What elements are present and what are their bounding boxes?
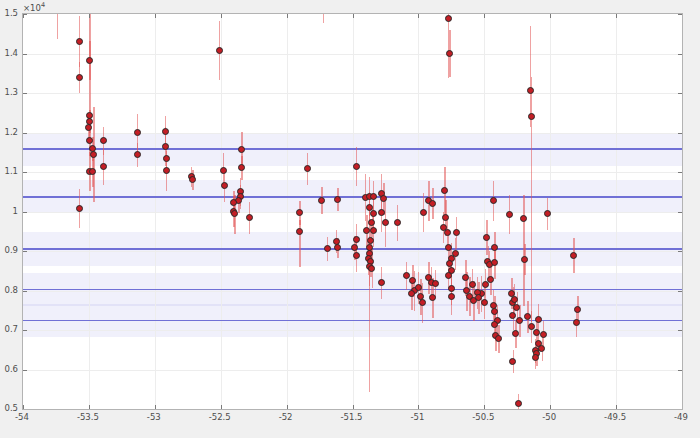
y-axis-exponent-label: ×104 [23,1,45,13]
x-tick-label: -50 [542,412,556,422]
x-tick-mark [484,405,485,409]
y-tick-label: 1.1 [4,166,18,176]
x-tick-mark-top [353,14,354,18]
y-tick-mark [23,172,27,173]
x-tick-label: -51 [410,412,424,422]
x-tick-mark-top [89,14,90,18]
y-tick-mark [23,14,27,15]
y-tick-mark [23,291,27,292]
y-tick-label: 1 [13,206,18,216]
x-tick-mark-top [682,14,683,18]
y-tick-mark-right [678,133,682,134]
y-tick-mark [23,409,27,410]
x-tick-label: -53.5 [77,412,99,422]
plot-area[interactable] [22,13,683,410]
y-tick-mark [23,54,27,55]
y-tick-label: 1.5 [4,8,18,18]
x-tick-label: -53 [147,412,161,422]
x-tick-mark [89,405,90,409]
x-tick-mark [353,405,354,409]
y-tick-mark [23,93,27,94]
y-tick-mark-right [678,291,682,292]
x-tick-label: -49.5 [604,412,626,422]
x-tick-mark [287,405,288,409]
x-tick-label: -52.5 [209,412,231,422]
x-tick-mark-top [616,14,617,18]
x-tick-mark [418,405,419,409]
y-tick-label: 1.2 [4,127,18,137]
x-tick-label: -50.5 [472,412,494,422]
y-tick-mark-right [678,14,682,15]
x-tick-mark-top [484,14,485,18]
y-tick-label: 0.6 [4,364,18,374]
x-tick-mark [616,405,617,409]
x-tick-label: -51.5 [341,412,363,422]
y-tick-label: 0.5 [4,403,18,413]
matlab-figure: ×104 -54-53.5-53-52.5-52-51.5-51-50.5-50… [0,0,700,438]
y-tick-label: 1.3 [4,87,18,97]
x-tick-mark [550,405,551,409]
y-tick-mark-right [678,93,682,94]
y-tick-label: 0.7 [4,324,18,334]
y-tick-mark [23,370,27,371]
x-tick-mark-top [221,14,222,18]
y-tick-mark-right [678,54,682,55]
x-tick-mark-top [155,14,156,18]
y-tick-mark [23,251,27,252]
x-tick-label: -54 [15,412,29,422]
x-tick-mark [682,405,683,409]
y-tick-mark-right [678,212,682,213]
y-tick-mark-right [678,172,682,173]
y-tick-label: 1.4 [4,48,18,58]
x-tick-label: -49 [674,412,688,422]
y-tick-mark-right [678,330,682,331]
y-tick-mark [23,212,27,213]
y-tick-mark [23,133,27,134]
y-tick-label: 0.8 [4,285,18,295]
y-tick-mark-right [678,251,682,252]
y-tick-mark-right [678,370,682,371]
y-tick-mark [23,330,27,331]
x-tick-mark-top [287,14,288,18]
x-tick-mark [155,405,156,409]
x-tick-label: -52 [279,412,293,422]
x-tick-mark-top [418,14,419,18]
y-tick-label: 0.9 [4,245,18,255]
tick-marks-layer [23,14,682,409]
x-tick-mark-top [550,14,551,18]
x-tick-mark [221,405,222,409]
y-tick-mark-right [678,409,682,410]
